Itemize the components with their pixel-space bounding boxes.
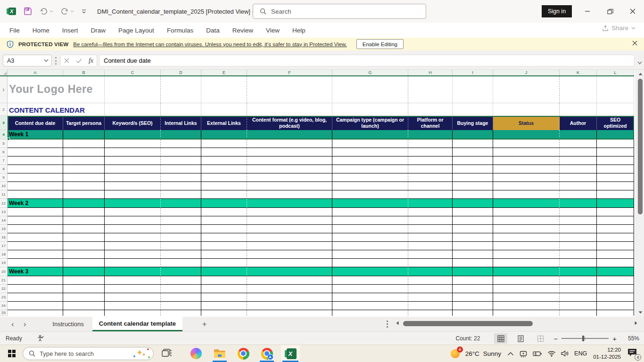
grid-cell[interactable] [201,293,247,302]
grid-cell[interactable] [247,156,332,165]
zoom-slider[interactable]: − + [553,335,617,343]
grid-cell[interactable]: Keyword/s (SEO) [105,116,161,130]
close-button[interactable] [621,0,644,23]
grid-cell[interactable]: Campaign type (campaign or launch) [332,116,408,130]
grid-cell[interactable] [8,156,63,165]
normal-view-button[interactable] [494,333,507,344]
column-header-I[interactable]: I [453,70,493,75]
grid-cell[interactable] [247,267,332,276]
grid-cell[interactable] [201,250,247,259]
new-sheet-icon[interactable]: + [202,320,206,329]
page-break-preview-button[interactable] [534,333,547,344]
grid-cell[interactable]: Platform or channel [408,116,453,130]
tab-data[interactable]: Data [206,27,220,34]
grid-cell[interactable] [453,242,493,250]
grid-cell[interactable] [453,208,493,216]
grid-cell[interactable] [493,130,560,140]
grid-cell[interactable] [560,103,597,116]
grid-cell[interactable] [332,208,408,216]
grid-cell[interactable] [247,276,332,285]
grid-cell[interactable] [161,199,201,208]
grid-cell[interactable] [408,140,453,148]
row-header-22[interactable]: 22 [0,285,8,293]
grid-cell[interactable] [453,165,493,173]
grid-cell[interactable]: Week 3 [8,267,63,276]
grid-cell[interactable] [493,140,560,148]
column-header-D[interactable]: D [161,70,201,75]
grid-cell[interactable] [332,259,408,267]
grid-cell[interactable] [332,302,408,310]
grid-cell[interactable] [63,233,105,242]
grid-cell[interactable] [161,242,201,250]
grid-cell[interactable] [597,199,634,208]
row-header-1[interactable]: 1 [0,76,8,103]
grid-cell[interactable] [8,242,63,250]
grid-cell[interactable] [161,250,201,259]
grid-cell[interactable] [560,76,597,103]
grid-cell[interactable] [408,293,453,302]
grid-cell[interactable]: Author [560,116,597,130]
grid-cell[interactable] [247,285,332,293]
start-button[interactable] [5,346,19,361]
row-header-23[interactable]: 23 [0,293,8,302]
grid-cell[interactable] [597,165,634,173]
row-header-13[interactable]: 13 [0,208,8,216]
name-box[interactable]: A3 [3,55,52,66]
grid-cell[interactable] [493,302,560,310]
row-header-3[interactable]: 3 [0,116,8,130]
grid-cell[interactable] [597,285,634,293]
grid-cell[interactable] [453,285,493,293]
horizontal-scroll-thumb[interactable] [403,321,533,326]
grid-cell[interactable] [493,285,560,293]
grid-cell[interactable] [201,182,247,190]
formula-bar-expand-icon[interactable] [637,58,642,66]
grid-cell[interactable] [161,293,201,302]
grid-cell[interactable] [493,208,560,216]
grid-cell[interactable] [63,276,105,285]
grid-cell[interactable] [247,165,332,173]
grid-cell[interactable] [453,199,493,208]
grid-cell[interactable] [332,242,408,250]
grid-cell[interactable] [560,216,597,225]
sheet-tab-instructions[interactable]: Instructions [44,317,92,331]
grid-cell[interactable] [493,190,560,199]
grid-cell[interactable] [161,182,201,190]
grid-cell[interactable] [161,285,201,293]
grid-cell[interactable] [105,242,161,250]
language-indicator[interactable]: ENG [574,350,587,357]
grid-cell[interactable] [63,190,105,199]
grid-cell[interactable] [332,225,408,233]
grid-cell[interactable] [8,165,63,173]
grid-cell[interactable] [201,225,247,233]
grid-cell[interactable] [247,103,332,116]
grid-cell[interactable] [408,216,453,225]
grid-cell[interactable] [201,103,247,116]
file-explorer-button[interactable] [210,345,229,362]
horizontal-scrollbar[interactable] [396,319,637,329]
grid-cell[interactable] [597,302,634,310]
grid-cell[interactable]: Internal Links [161,116,201,130]
grid-cell[interactable] [493,242,560,250]
grid-cell[interactable] [453,293,493,302]
chrome-profile-button[interactable]: A [257,345,276,362]
grid-cell[interactable] [493,267,560,276]
grid-cell[interactable] [247,302,332,310]
grid-cell[interactable] [560,302,597,310]
grid-cell[interactable] [493,148,560,156]
page-layout-view-button[interactable] [514,333,527,344]
grid-cell[interactable]: External Links [201,116,247,130]
excel-taskbar-button[interactable]: X [281,345,300,362]
grid-cell[interactable] [161,267,201,276]
grid-cell[interactable] [332,293,408,302]
grid-cell[interactable] [597,259,634,267]
grid-cell[interactable] [453,140,493,148]
grid-cell[interactable] [560,250,597,259]
column-header-K[interactable]: K [560,70,597,75]
grid-cell[interactable] [247,208,332,216]
grid-cell[interactable] [63,165,105,173]
grid-cell[interactable] [63,148,105,156]
grid-cell[interactable] [201,233,247,242]
grid-cell[interactable] [453,302,493,310]
prev-sheet-icon[interactable]: ‹ [11,320,14,329]
grid-cell[interactable] [247,216,332,225]
